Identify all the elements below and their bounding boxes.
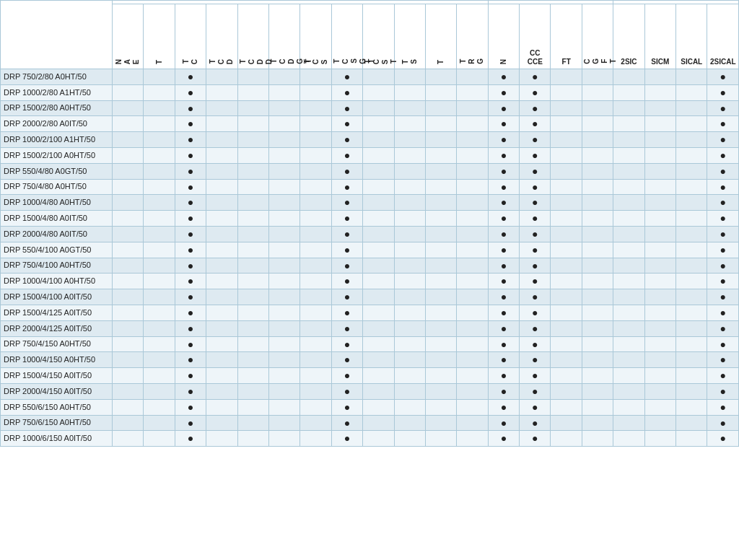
cell-tcst xyxy=(363,147,394,163)
cell-sicm xyxy=(644,147,675,163)
cell-sical xyxy=(676,226,707,242)
cell-t2 xyxy=(425,100,456,116)
cell-t1 xyxy=(144,336,175,352)
col-tcd: TCD xyxy=(206,4,237,69)
cell-tcd xyxy=(206,84,237,100)
cell-ccce: ● xyxy=(520,226,551,242)
cell-ts xyxy=(394,431,425,447)
dot-marker: ● xyxy=(532,181,538,193)
cell-t1 xyxy=(144,352,175,368)
cell-tcdd xyxy=(237,242,268,258)
dot-marker: ● xyxy=(720,181,725,193)
cell-n: ● xyxy=(488,100,519,116)
cell-t2 xyxy=(425,211,456,227)
cell-tc: ● xyxy=(175,69,206,85)
cell-tcsgt: ● xyxy=(331,431,362,447)
cell-cgft xyxy=(582,179,613,195)
cell-tcd xyxy=(206,274,237,289)
cell-n: ● xyxy=(488,226,519,242)
dot-marker: ● xyxy=(188,260,193,271)
cell-tcd xyxy=(206,132,237,148)
cell-tcdgt xyxy=(268,305,299,320)
dot-marker: ● xyxy=(532,432,538,444)
table-row: DRP 1000/2/100 A1HT/50●●●●● xyxy=(1,132,739,148)
cell-sical xyxy=(676,320,707,336)
cell-cgft xyxy=(582,289,613,305)
table-row: DRP 1500/4/150 A0IT/50●●●●● xyxy=(1,368,739,384)
cell-cgft xyxy=(582,69,613,85)
cell-ccce: ● xyxy=(520,258,551,274)
cell-tcs xyxy=(300,84,331,100)
model-name: DRP 550/6/150 A0HT/50 xyxy=(1,399,113,415)
dot-marker: ● xyxy=(501,165,507,177)
cell-tcsgt: ● xyxy=(331,289,362,305)
dot-marker: ● xyxy=(188,354,193,365)
cell-tcsgt: ● xyxy=(331,415,362,431)
model-name: DRP 1500/4/125 A0IT/50 xyxy=(1,305,113,320)
cell-tcdd xyxy=(237,399,268,415)
dot-marker: ● xyxy=(344,401,350,413)
cell-n: ● xyxy=(488,163,519,179)
cell-sicm xyxy=(644,383,675,399)
cell-t1 xyxy=(144,289,175,305)
cell-tcst xyxy=(363,289,394,305)
cell-tcdd xyxy=(237,415,268,431)
dot-marker: ● xyxy=(501,196,507,208)
cell-nae xyxy=(113,305,144,320)
cell-tcst xyxy=(363,163,394,179)
cell-cgft xyxy=(582,132,613,148)
cell-tcsgt: ● xyxy=(331,226,362,242)
cell-ts xyxy=(394,289,425,305)
cell-tcdgt xyxy=(268,69,299,85)
dot-marker: ● xyxy=(501,307,507,318)
cell-sicm xyxy=(644,289,675,305)
cell-trg xyxy=(457,305,488,320)
cell-trg xyxy=(457,258,488,274)
dot-marker: ● xyxy=(720,149,725,161)
col-2sical: 2SICAL xyxy=(707,4,739,69)
cell-nae xyxy=(113,226,144,242)
cell-tcdgt xyxy=(268,431,299,447)
cell-ccce: ● xyxy=(520,116,551,132)
col-t1: T xyxy=(144,4,175,69)
cell-nae xyxy=(113,211,144,227)
cell-ccce: ● xyxy=(520,195,551,211)
cell-ts xyxy=(394,226,425,242)
cell-tcdgt xyxy=(268,399,299,415)
cell-tcdgt xyxy=(268,179,299,195)
cell-2sical: ● xyxy=(707,368,739,384)
model-name: DRP 550/4/100 A0GT/50 xyxy=(1,242,113,258)
cell-sical xyxy=(676,84,707,100)
cell-n: ● xyxy=(488,258,519,274)
cell-tcsgt: ● xyxy=(331,147,362,163)
cell-t2 xyxy=(425,242,456,258)
dot-marker: ● xyxy=(188,323,193,334)
cell-trg xyxy=(457,399,488,415)
cell-tcst xyxy=(363,274,394,289)
cell-t2 xyxy=(425,147,456,163)
dot-marker: ● xyxy=(720,118,725,129)
cell-tcst xyxy=(363,431,394,447)
main-table: NAE T TC TCD TCDD TCDGT TCS TCSGT TCST T… xyxy=(0,0,739,447)
cell-cgft xyxy=(582,226,613,242)
dot-marker: ● xyxy=(532,338,538,350)
cell-ts xyxy=(394,147,425,163)
cell-trg xyxy=(457,352,488,368)
dot-marker: ● xyxy=(532,87,538,98)
dot-marker: ● xyxy=(188,432,193,444)
cell-n: ● xyxy=(488,399,519,415)
dot-marker: ● xyxy=(501,275,507,286)
cell-ccce: ● xyxy=(520,163,551,179)
cell-tcst xyxy=(363,84,394,100)
cell-tcdgt xyxy=(268,415,299,431)
col-nae: NAE xyxy=(113,4,144,69)
cell-tcs xyxy=(300,336,331,352)
cell-t2 xyxy=(425,336,456,352)
table-row: DRP 1000/4/150 A0HT/50●●●●● xyxy=(1,352,739,368)
cell-n: ● xyxy=(488,116,519,132)
cell-ccce: ● xyxy=(520,336,551,352)
cell-tc: ● xyxy=(175,242,206,258)
cell-tcsgt: ● xyxy=(331,352,362,368)
cell-tcs xyxy=(300,147,331,163)
cell-tcs xyxy=(300,69,331,85)
